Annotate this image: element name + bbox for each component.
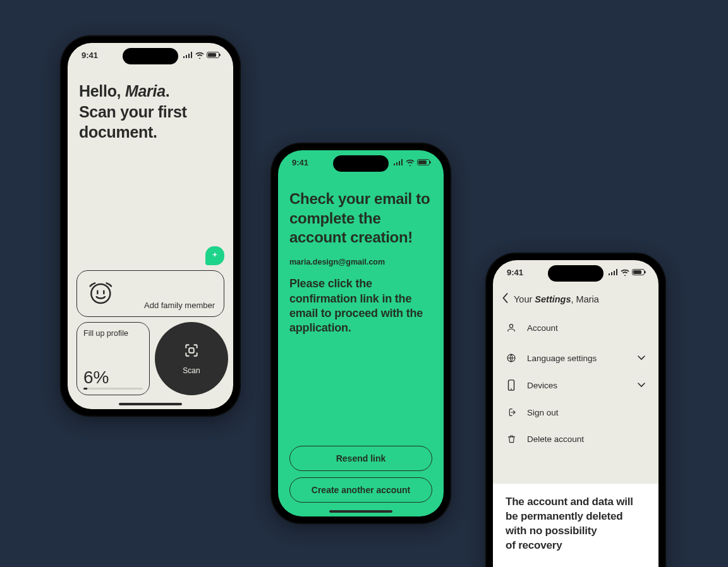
warn-l2: be permanently deleted [506,510,623,522]
resend-link-label: Resend link [336,453,386,463]
device-notch [123,48,178,64]
status-time: 9:41 [292,158,308,167]
create-another-label: Create another account [312,485,410,495]
status-icons [609,269,645,276]
status-icons [394,159,430,166]
settings-title: Your Settings, Maria [514,294,599,304]
wifi-icon [621,269,629,276]
scan-button[interactable]: Scan [155,322,228,395]
profile-progress-bar [83,388,143,390]
status-time: 9:41 [507,268,523,277]
settings-title-pre: Your [514,294,535,304]
home-indicator [329,510,392,513]
verify-headline: Check your email to complete the account… [289,189,432,248]
verify-subtext: Please click the confirmation link in th… [289,277,432,336]
status-icons [183,52,219,59]
phone-settings: 9:41 Your Settings, Maria Ac [487,254,665,567]
menu-item-devices[interactable]: Devices [493,371,658,399]
menu-label-devices: Devices [527,381,627,390]
menu-label-language: Language settings [527,354,627,363]
profile-progress-percent: 6% [83,367,143,388]
warn-l4: of recovery [506,539,562,551]
device-notch [333,155,389,172]
battery-icon [632,269,645,275]
warn-l3: with no possibility [506,525,597,537]
headline-line3: document. [79,123,157,141]
menu-label-account: Account [527,323,646,333]
battery-icon [417,159,430,165]
settings-title-em: Settings [535,294,571,304]
sparkle-badge[interactable] [205,246,224,265]
headline-line2: Scan your first [79,103,187,121]
svg-point-0 [91,284,110,303]
profile-progress-title: Fill up profile [83,329,143,338]
menu-item-delete-account[interactable]: Delete account [493,426,658,452]
chevron-down-icon [637,354,646,363]
chevron-down-icon [637,381,646,390]
screen-home: 9:41 Hello, Maria. Scan your first docum… [68,43,233,409]
scan-icon [183,342,200,361]
phone-home: 9:41 Hello, Maria. Scan your first docum… [61,37,240,415]
globe-icon [506,353,517,363]
screen-settings: 9:41 Your Settings, Maria Ac [493,260,658,567]
trash-icon [506,434,517,444]
sparkle-icon [210,251,219,260]
hero-heading: Hello, Maria. Scan your first document. [79,81,222,143]
doodle-face-icon [86,281,118,306]
signal-icon [394,159,403,165]
wifi-icon [195,52,204,59]
phone-icon [506,379,517,391]
device-notch [548,265,604,282]
menu-label-delete: Delete account [527,434,646,444]
settings-title-post: , Maria [571,294,599,304]
chevron-left-icon [502,293,509,303]
svg-point-2 [509,325,513,328]
back-button[interactable] [502,293,509,305]
greeting-pre: Hello, [79,82,125,100]
signout-icon [506,407,517,417]
scan-label: Scan [183,366,200,375]
resend-link-button[interactable]: Resend link [289,446,432,471]
phone-verify-email: 9:41 Check your email to complete the ac… [272,144,450,523]
add-family-card[interactable]: Add family member [76,270,224,317]
add-family-label: Add family member [123,301,215,310]
delete-warning-text: The account and data will be permanently… [506,495,646,553]
user-icon [506,323,517,333]
greeting-name: Maria [125,82,166,100]
greeting-post: . [166,82,170,100]
battery-icon [207,52,219,58]
create-another-account-button[interactable]: Create another account [289,477,432,503]
settings-header: Your Settings, Maria [502,293,650,305]
home-indicator [119,403,182,405]
wifi-icon [406,159,415,166]
warn-l1: The account and data will [506,496,633,508]
screen-verify-email: 9:41 Check your email to complete the ac… [278,150,444,516]
signal-icon [183,52,193,58]
status-time: 9:41 [82,51,98,60]
signal-icon [609,269,618,275]
profile-progress-card[interactable]: Fill up profile 6% [76,322,150,395]
settings-menu: Account Language settings Devices [493,314,658,452]
menu-label-signout: Sign out [527,408,646,417]
verify-email-address: maria.design@gmail.com [289,258,432,266]
profile-progress-fill [83,388,87,390]
menu-item-account[interactable]: Account [493,314,658,341]
menu-item-language[interactable]: Language settings [493,345,658,371]
svg-rect-1 [189,348,194,353]
delete-warning-panel: The account and data will be permanently… [493,484,658,567]
menu-item-signout[interactable]: Sign out [493,399,658,426]
